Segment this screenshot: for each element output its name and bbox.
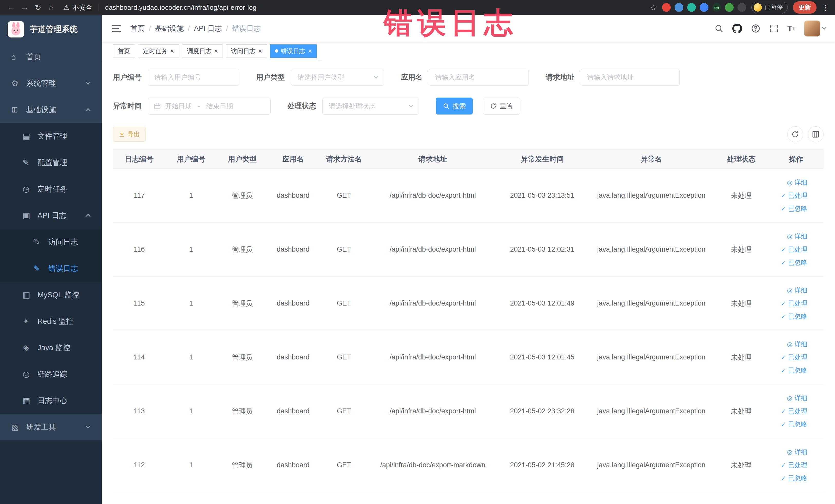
app-name-input[interactable] — [429, 69, 529, 86]
sidebar-item-redis-monitor[interactable]: ✦Redis 监控 — [0, 308, 102, 335]
gear-icon: ⚙ — [11, 79, 26, 88]
table-cell: 2021-05-03 12:01:45 — [496, 330, 588, 384]
request-url-input[interactable] — [581, 69, 680, 86]
action-processed[interactable]: ✓已处理 — [771, 189, 807, 202]
action-processed[interactable]: ✓已处理 — [771, 351, 807, 364]
action-detail[interactable]: ◎详细 — [771, 338, 807, 351]
extension-on-badge-icon[interactable]: on — [712, 3, 721, 12]
fullscreen-icon[interactable] — [769, 24, 778, 33]
site-security[interactable]: ⚠ 不安全 — [63, 3, 93, 12]
sidebar-item-access-logs[interactable]: ✎访问日志 — [0, 229, 102, 255]
extension-red-icon[interactable] — [662, 3, 671, 12]
action-detail[interactable]: ◎详细 — [771, 391, 807, 405]
close-icon[interactable]: × — [308, 48, 312, 55]
breadcrumb-item[interactable]: 基础设施 — [155, 24, 184, 33]
action-ignored[interactable]: ✓已忽略 — [771, 418, 807, 431]
process-status-select[interactable]: 请选择处理状态 — [322, 98, 419, 115]
reload-icon[interactable]: ↻ — [32, 2, 44, 13]
table-cell: /api/infra/db-doc/export-html — [370, 330, 496, 384]
action-processed[interactable]: ✓已处理 — [771, 297, 807, 310]
action-label: 详细 — [794, 445, 807, 459]
tab-label: 首页 — [118, 47, 130, 55]
date-range-picker[interactable]: 开始日期 - 结束日期 — [148, 98, 270, 115]
sidebar-item-file-management[interactable]: ▤文件管理 — [0, 123, 102, 149]
tab-错误日志[interactable]: 错误日志× — [270, 44, 317, 58]
user-id-input[interactable] — [148, 69, 239, 86]
sidebar-item-scheduled-tasks[interactable]: ◷定时任务 — [0, 176, 102, 202]
action-processed[interactable]: ✓已处理 — [771, 405, 807, 418]
back-icon[interactable]: ← — [6, 2, 17, 13]
action-detail[interactable]: ◎详细 — [771, 284, 807, 297]
refresh-icon[interactable] — [787, 126, 803, 142]
sidebar-item-config-management[interactable]: ✎配置管理 — [0, 149, 102, 176]
extension-grid-icon[interactable] — [700, 3, 709, 12]
address-divider — [99, 4, 99, 11]
close-icon[interactable]: × — [170, 48, 174, 55]
close-icon[interactable]: × — [258, 48, 262, 55]
action-ignored[interactable]: ✓已忽略 — [771, 202, 807, 215]
sidebar-item-mysql-monitor[interactable]: ▥MySQL 监控 — [0, 282, 102, 308]
sidebar-item-label: API 日志 — [38, 210, 102, 221]
sidebar-item-trace[interactable]: ◎链路追踪 — [0, 361, 102, 387]
action-ignored[interactable]: ✓已忽略 — [771, 256, 807, 269]
sidebar-item-label: Java 监控 — [38, 343, 102, 353]
help-icon[interactable] — [751, 24, 760, 33]
sidebar-item-label: 首页 — [26, 52, 102, 62]
action-detail[interactable]: ◎详细 — [771, 445, 807, 459]
extension-leaf-icon[interactable] — [725, 3, 734, 12]
table-cell: 管理员 — [217, 277, 268, 330]
sidebar-item-infrastructure[interactable]: ⊞基础设施 — [0, 97, 102, 123]
search-button[interactable]: 搜索 — [436, 98, 473, 115]
action-ignored[interactable]: ✓已忽略 — [771, 310, 807, 323]
extension-teal-icon[interactable] — [687, 3, 696, 12]
search-icon[interactable] — [714, 24, 724, 33]
close-icon[interactable]: × — [214, 48, 218, 55]
table-cell: 2021-05-03 12:02:31 — [496, 223, 588, 277]
sidebar-item-label: 错误日志 — [48, 263, 102, 274]
sidebar-item-api-logs[interactable]: ▣API 日志 — [0, 202, 102, 229]
browser-menu-icon[interactable]: ⋮ — [822, 3, 829, 12]
action-ignored[interactable]: ✓已忽略 — [771, 472, 807, 485]
browser-home-icon[interactable]: ⌂ — [46, 2, 57, 13]
breadcrumb-item[interactable]: 首页 — [130, 24, 145, 33]
sidebar-item-dev-tools[interactable]: ▧研发工具 — [0, 414, 102, 440]
github-icon[interactable] — [732, 24, 742, 33]
forward-icon[interactable]: → — [19, 2, 30, 13]
user-menu[interactable] — [804, 21, 826, 37]
reset-button[interactable]: 重置 — [483, 98, 520, 115]
sidebar-item-error-logs[interactable]: ✎错误日志 — [0, 255, 102, 282]
action-detail[interactable]: ◎详细 — [771, 230, 807, 243]
table-cell: 管理员 — [217, 330, 268, 384]
font-size-icon[interactable]: TT — [787, 24, 795, 33]
tab-调度日志[interactable]: 调度日志× — [182, 44, 223, 58]
profile-paused-badge[interactable]: 已暂停 — [751, 2, 788, 13]
extension-paw-icon[interactable] — [737, 3, 746, 12]
hamburger-icon[interactable] — [111, 23, 122, 34]
export-button[interactable]: 导出 — [113, 127, 146, 142]
action-processed[interactable]: ✓已处理 — [771, 243, 807, 256]
url-text[interactable]: dashboard.yudao.iocoder.cn/infra/log/api… — [105, 4, 257, 12]
bookmark-star-icon[interactable]: ☆ — [650, 3, 657, 12]
action-detail[interactable]: ◎详细 — [771, 176, 807, 189]
action-label: 已处理 — [788, 243, 807, 256]
sidebar-item-home[interactable]: ⌂首页 — [0, 44, 102, 70]
navbar-actions: TT — [714, 21, 826, 37]
sidebar-item-system-management[interactable]: ⚙系统管理 — [0, 70, 102, 97]
reset-button-label: 重置 — [500, 102, 513, 110]
sidebar-item-java-monitor[interactable]: ◈Java 监控 — [0, 335, 102, 361]
action-processed[interactable]: ✓已处理 — [771, 459, 807, 472]
column-settings-icon[interactable] — [808, 126, 824, 142]
tab-访问日志[interactable]: 访问日志× — [226, 44, 267, 58]
sidebar-item-log-center[interactable]: ▦日志中心 — [0, 387, 102, 414]
avatar[interactable] — [804, 21, 820, 37]
breadcrumb-item[interactable]: API 日志 — [194, 24, 222, 33]
update-button[interactable]: 更新 — [793, 1, 816, 14]
app-logo[interactable]: 芋道管理系统 — [0, 15, 102, 44]
extension-blue-drop-icon[interactable] — [675, 3, 683, 12]
user-type-select[interactable]: 请选择用户类型 — [291, 69, 384, 86]
action-label: 已处理 — [788, 297, 807, 310]
tab-定时任务[interactable]: 定时任务× — [138, 44, 179, 58]
table-cell: 1 — [166, 169, 217, 223]
action-ignored[interactable]: ✓已忽略 — [771, 364, 807, 377]
tab-首页[interactable]: 首页 — [113, 44, 135, 58]
